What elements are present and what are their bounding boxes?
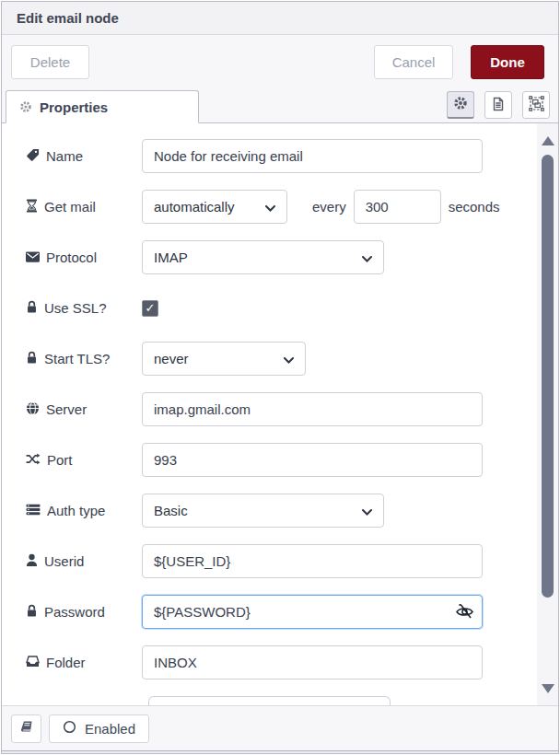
gear-icon (19, 100, 32, 113)
chevron-down-icon (362, 250, 372, 265)
envelope-icon (26, 250, 40, 265)
name-label: Name (26, 148, 142, 165)
cancel-button[interactable]: Cancel (374, 45, 453, 79)
lock-icon (26, 604, 38, 621)
eye-slash-icon[interactable] (455, 602, 474, 621)
partial-select[interactable] (148, 696, 391, 705)
seconds-label: seconds (449, 199, 500, 215)
lock-icon (26, 300, 38, 317)
dialog-title: Edit email node (17, 10, 119, 26)
tag-icon (26, 148, 40, 165)
start-tls-row: Start TLS? never (26, 342, 558, 376)
port-input[interactable] (142, 443, 483, 477)
shuffle-icon (26, 452, 41, 468)
server-label: Server (26, 401, 142, 418)
next-row-partial (26, 696, 558, 705)
every-label: every (312, 199, 346, 215)
globe-icon (26, 401, 40, 418)
appearance-button[interactable] (522, 91, 550, 119)
get-mail-row: Get mail automatically every seconds (26, 190, 558, 224)
folder-input[interactable] (142, 645, 483, 680)
tab-properties[interactable]: Properties (6, 90, 199, 123)
user-icon (26, 553, 38, 570)
circle-icon (63, 720, 76, 737)
scroll-down-arrow-icon[interactable] (542, 684, 554, 693)
password-row: Password (26, 595, 558, 629)
gear-icon (453, 96, 468, 113)
inbox-icon (26, 655, 40, 670)
hourglass-icon (26, 199, 38, 215)
protocol-row: Protocol IMAP (26, 240, 558, 274)
scroll-up-arrow-icon[interactable] (542, 136, 554, 145)
name-input[interactable] (142, 139, 483, 173)
protocol-label: Protocol (26, 250, 142, 265)
folder-label: Folder (26, 655, 142, 670)
object-group-icon (529, 96, 544, 114)
properties-gear-button[interactable] (447, 91, 474, 119)
tab-icon-buttons (447, 91, 550, 119)
dialog-toolbar: Delete Cancel Done (2, 35, 558, 89)
edit-email-node-dialog: Edit email node Delete Cancel Done Prope… (1, 1, 559, 754)
enabled-label: Enabled (85, 721, 135, 737)
delete-button[interactable]: Delete (11, 45, 89, 79)
password-input[interactable] (142, 595, 483, 629)
get-mail-select[interactable]: automatically (142, 190, 287, 224)
done-button[interactable]: Done (471, 45, 544, 79)
dialog-footer: Enabled (2, 705, 558, 750)
form-scrollbar[interactable] (537, 123, 558, 705)
userid-row: Userid (26, 544, 558, 578)
node-help-button[interactable] (11, 714, 41, 743)
port-row: Port (26, 443, 558, 477)
use-ssl-label: Use SSL? (26, 300, 142, 317)
auth-type-row: Auth type Basic (26, 494, 558, 528)
book-icon (20, 720, 33, 737)
tab-properties-label: Properties (40, 99, 108, 115)
chevron-down-icon (362, 503, 372, 518)
tab-bar: Properties (2, 89, 558, 123)
protocol-select[interactable]: IMAP (142, 240, 384, 274)
password-input-wrapper (142, 595, 483, 629)
lock-icon (26, 351, 38, 367)
start-tls-select[interactable]: never (142, 342, 306, 376)
document-icon (491, 97, 506, 114)
get-mail-label: Get mail (26, 199, 142, 215)
use-ssl-row: Use SSL? ✓ (26, 291, 558, 325)
folder-row: Folder (26, 645, 558, 680)
port-label: Port (26, 452, 142, 468)
name-row: Name (26, 139, 558, 173)
chevron-down-icon (284, 351, 294, 366)
userid-label: Userid (26, 553, 142, 570)
enabled-toggle-button[interactable]: Enabled (49, 714, 149, 743)
password-label: Password (26, 604, 142, 621)
start-tls-label: Start TLS? (26, 351, 142, 367)
description-doc-button[interactable] (484, 91, 512, 119)
interval-input[interactable] (354, 190, 441, 224)
server-bars-icon (26, 503, 41, 518)
scrollbar-thumb[interactable] (542, 155, 554, 598)
properties-form: Name Get mail automatically every second… (2, 123, 558, 705)
server-input[interactable] (142, 392, 483, 426)
auth-type-select[interactable]: Basic (142, 494, 384, 528)
use-ssl-checkbox[interactable]: ✓ (142, 300, 158, 317)
server-row: Server (26, 392, 558, 426)
chevron-down-icon (265, 199, 275, 215)
dialog-header: Edit email node (2, 2, 558, 35)
auth-type-label: Auth type (26, 503, 142, 518)
userid-input[interactable] (142, 544, 483, 578)
bottom-strip (2, 750, 558, 753)
